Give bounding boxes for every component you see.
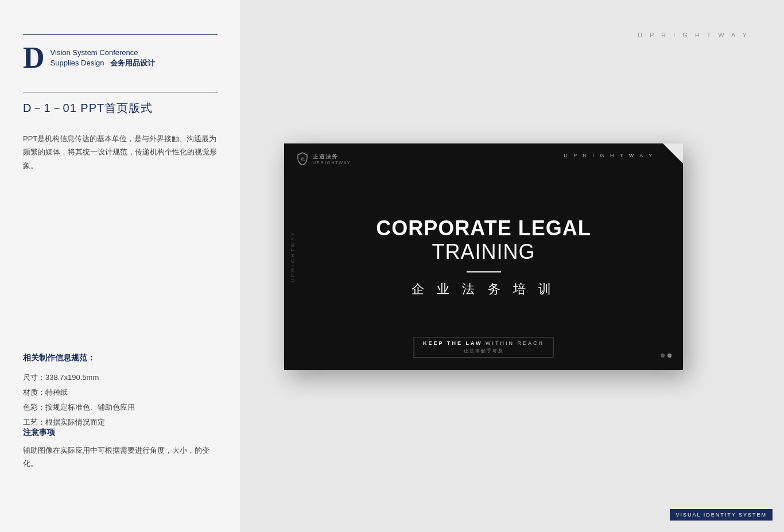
- info-title: 相关制作信息规范：: [23, 353, 218, 363]
- slide-tagline-cn: 让法律触手可及: [423, 348, 544, 354]
- slide-corner-fold: [663, 143, 683, 164]
- info-section: 相关制作信息规范： 尺寸：338.7x190.5mm 材质：特种纸 色彩：按规定…: [23, 353, 218, 430]
- logo-d: D: [23, 43, 45, 73]
- vis-badge: VISUAL IDENTITY SYSTEM: [670, 509, 773, 521]
- ppt-slide: 正 正道法务 UPRIGHTWAY U P R I G H T W A Y UP…: [284, 143, 683, 370]
- right-panel: U P R I G H T W A Y 正 正道法务 UPRIGHTWAY U …: [241, 0, 784, 532]
- dot-1: [661, 354, 665, 358]
- dot-2: [667, 354, 672, 358]
- bottom-border: [23, 92, 218, 92]
- slide-vertical-text: UPRIGHTWAY: [284, 143, 301, 370]
- slide-main: CORPORATE LEGAL TRAINING 企 业 法 务 培 训: [324, 216, 643, 298]
- logo-text: Vision System Conference Supplies Design…: [51, 48, 156, 68]
- slide-tagline: KEEP THE LAW WITHIN REACH: [423, 340, 544, 346]
- slide-logo-en: UPRIGHTWAY: [313, 161, 351, 165]
- slide-header: 正 正道法务 UPRIGHTWAY: [296, 152, 351, 165]
- slide-divider: [467, 271, 501, 273]
- description: PPT是机构信息传达的基本单位，是与外界接触、沟通最为频繁的媒体，将其统一设计规…: [23, 132, 218, 172]
- slide-brand-right: U P R I G H T W A Y: [564, 153, 654, 158]
- slide-title-cn: 企 业 法 务 培 训: [324, 281, 643, 298]
- notice-section: 注意事项 辅助图像在实际应用中可根据需要进行角度，大小，的变化。: [23, 428, 218, 471]
- top-border: [23, 34, 218, 35]
- slide-bottom: KEEP THE LAW WITHIN REACH 让法律触手可及: [413, 337, 554, 358]
- brand-name-top: U P R I G H T W A Y: [638, 32, 750, 38]
- notice-text: 辅助图像在实际应用中可根据需要进行角度，大小，的变化。: [23, 444, 218, 471]
- info-item-1: 尺寸：338.7x190.5mm 材质：特种纸 色彩：按规定标准色、辅助色应用 …: [23, 370, 218, 430]
- slide-logo-chinese: 正道法务: [313, 153, 351, 161]
- logo-en-line1: Vision System Conference Supplies Design…: [51, 48, 156, 68]
- slide-tagline-box: KEEP THE LAW WITHIN REACH 让法律触手可及: [413, 337, 554, 358]
- section-title: D－1－01 PPT首页版式: [23, 100, 153, 116]
- notice-title: 注意事项: [23, 428, 218, 438]
- left-panel: D Vision System Conference Supplies Desi…: [0, 0, 241, 532]
- slide-title-en: CORPORATE LEGAL TRAINING: [324, 216, 643, 263]
- logo-area: D Vision System Conference Supplies Desi…: [23, 43, 155, 73]
- slide-pagination: [661, 354, 672, 358]
